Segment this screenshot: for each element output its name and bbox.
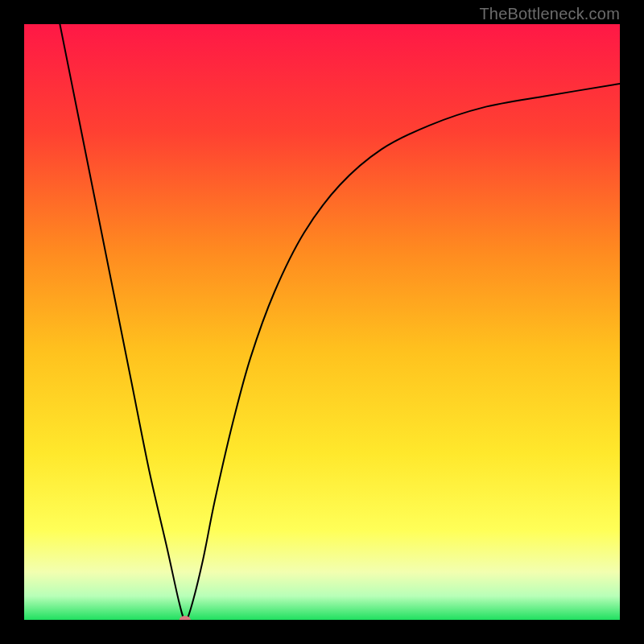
gradient-background (24, 24, 620, 620)
plot-area (24, 24, 620, 620)
chart-svg (24, 24, 620, 620)
watermark-text: TheBottleneck.com (479, 5, 620, 23)
chart-container: TheBottleneck.com (0, 0, 644, 644)
